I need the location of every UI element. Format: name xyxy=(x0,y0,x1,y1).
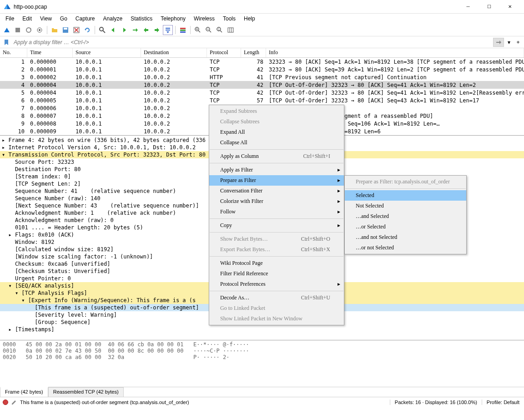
menu-analyze[interactable]: Analyze xyxy=(100,15,126,23)
menu-item[interactable]: Apply as Filter▸ xyxy=(209,165,344,175)
tab-reassembled[interactable]: Reassembled TCP (42 bytes) xyxy=(48,387,124,397)
prev-icon[interactable] xyxy=(108,25,118,35)
stop-capture-icon[interactable] xyxy=(13,25,23,35)
menu-item[interactable]: Expand All xyxy=(209,127,344,137)
app-icon xyxy=(4,3,11,10)
restart-capture-icon[interactable] xyxy=(24,25,34,35)
menu-item[interactable]: Colorize with Filter▸ xyxy=(209,196,344,207)
maximize-button[interactable]: ☐ xyxy=(479,0,499,14)
svg-line-20 xyxy=(220,30,222,32)
statusbar: This frame is a (suspected) out-of-order… xyxy=(0,397,524,407)
menu-item[interactable]: Copy▸ xyxy=(209,220,344,231)
packet-row[interactable]: 30.00000210.0.0.110.0.0.2HTTP41[TCP Prev… xyxy=(0,73,524,81)
svg-rect-11 xyxy=(180,31,186,33)
hex-line[interactable]: 0010 0a 00 00 02 7e 43 00 50 00 00 00 8c… xyxy=(3,348,521,354)
col-header-length[interactable]: Length xyxy=(241,48,266,57)
col-header-no[interactable]: No. xyxy=(0,48,27,57)
zoom-reset-icon[interactable]: 1 xyxy=(215,25,225,35)
menu-tools[interactable]: Tools xyxy=(219,15,239,23)
menu-item[interactable]: Collapse All xyxy=(209,137,344,148)
packet-row[interactable]: 60.00000510.0.0.110.0.0.2TCP57[TCP Out-O… xyxy=(0,96,524,104)
edit-icon[interactable] xyxy=(11,399,17,405)
menu-item[interactable]: …or not Selected xyxy=(345,243,466,253)
titlebar: http-ooo.pcap ─ ☐ ✕ xyxy=(0,0,524,14)
window-title: http-ooo.pcap xyxy=(14,4,458,10)
menu-view[interactable]: View xyxy=(36,15,55,23)
menu-item[interactable]: Protocol Preferences▸ xyxy=(209,279,344,289)
menu-help[interactable]: Help xyxy=(240,15,259,23)
add-filter-button[interactable]: + xyxy=(514,38,522,47)
packet-row[interactable]: 40.00000410.0.0.110.0.0.2TCP42[TCP Out-O… xyxy=(0,81,524,89)
packet-row[interactable]: 10.00000010.0.0.110.0.0.2TCP7832323 → 80… xyxy=(0,58,524,66)
packet-row[interactable]: 50.00000410.0.0.110.0.0.2TCP42[TCP Out-O… xyxy=(0,89,524,96)
menu-item[interactable]: Filter Field Reference xyxy=(209,268,344,279)
hex-line[interactable]: 0000 45 00 00 2a 00 01 00 00 40 06 66 cb… xyxy=(3,341,521,348)
menu-item[interactable]: Wiki Protocol Page xyxy=(209,258,344,268)
menu-item[interactable]: Decode As…Ctrl+Shift+U xyxy=(209,293,344,303)
zoom-out-icon[interactable] xyxy=(204,25,214,35)
menubar: File Edit View Go Capture Analyze Statis… xyxy=(0,14,524,24)
col-header-time[interactable]: Time xyxy=(27,48,73,57)
open-icon[interactable] xyxy=(50,25,60,35)
goto-icon[interactable] xyxy=(130,25,140,35)
options-icon[interactable] xyxy=(35,25,45,35)
submenu-header: Prepare as Filter: tcp.analysis.out_of_o… xyxy=(345,177,466,187)
menu-item[interactable]: Selected xyxy=(345,190,466,201)
menu-telephony[interactable]: Telephony xyxy=(157,15,189,23)
byte-view-tabs: Frame (42 bytes) Reassembled TCP (42 byt… xyxy=(0,387,524,397)
status-hint: This frame is a (suspected) out-of-order… xyxy=(20,400,189,405)
packet-list-header: No. Time Source Destination Protocol Len… xyxy=(0,48,524,58)
reload-icon[interactable] xyxy=(82,25,92,35)
svg-rect-10 xyxy=(180,30,186,31)
menu-go[interactable]: Go xyxy=(56,15,71,23)
svg-point-7 xyxy=(100,27,103,31)
context-menu-main[interactable]: Expand SubtreesCollapse SubtreesExpand A… xyxy=(209,105,344,325)
hex-line[interactable]: 0020 50 10 20 00 ca a6 00 00 32 0a P· ··… xyxy=(3,354,521,360)
menu-item[interactable]: …and not Selected xyxy=(345,232,466,243)
tab-frame[interactable]: Frame (42 bytes) xyxy=(0,387,48,397)
filter-dropdown-icon[interactable]: ▾ xyxy=(505,38,513,47)
status-profile[interactable]: Profile: Default xyxy=(482,400,524,405)
tree-item[interactable]: ▸ [Timestamps] xyxy=(0,326,524,333)
menu-edit[interactable]: Edit xyxy=(19,15,35,23)
menu-file[interactable]: File xyxy=(2,15,18,23)
menu-item[interactable]: Prepare as Filter▸ xyxy=(209,175,344,186)
display-filter-input[interactable] xyxy=(12,38,492,46)
save-icon[interactable] xyxy=(60,25,71,35)
menu-item[interactable]: Follow▸ xyxy=(209,207,344,217)
apply-filter-button[interactable] xyxy=(493,38,504,47)
menu-item[interactable]: Not Selected xyxy=(345,201,466,211)
menu-statistics[interactable]: Statistics xyxy=(127,15,156,23)
minimize-button[interactable]: ─ xyxy=(458,0,479,14)
menu-item: Export Packet Bytes…Ctrl+Shift+X xyxy=(209,244,344,255)
menu-item[interactable]: Apply as ColumnCtrl+Shift+I xyxy=(209,151,344,162)
menu-item[interactable]: Conversation Filter▸ xyxy=(209,186,344,196)
svg-rect-22 xyxy=(228,28,233,32)
colorize-icon[interactable] xyxy=(178,25,188,35)
menu-capture[interactable]: Capture xyxy=(72,15,99,23)
context-menu-sub[interactable]: Prepare as Filter: tcp.analysis.out_of_o… xyxy=(344,175,467,254)
col-header-info[interactable]: Info xyxy=(266,48,524,57)
last-icon[interactable] xyxy=(152,25,162,35)
col-header-destination[interactable]: Destination xyxy=(141,48,207,57)
start-capture-icon[interactable] xyxy=(2,25,12,35)
bookmark-icon[interactable] xyxy=(2,38,11,47)
svg-line-13 xyxy=(198,30,200,32)
menu-wireless[interactable]: Wireless xyxy=(190,15,218,23)
packet-row[interactable]: 20.00000110.0.0.110.0.0.2TCP4232323 → 80… xyxy=(0,66,524,73)
col-header-protocol[interactable]: Protocol xyxy=(207,48,241,57)
close-button[interactable]: ✕ xyxy=(499,0,520,14)
menu-item[interactable]: …or Selected xyxy=(345,222,466,232)
next-icon[interactable] xyxy=(119,25,129,35)
menu-item[interactable]: …and Selected xyxy=(345,211,466,222)
resize-cols-icon[interactable] xyxy=(226,25,236,35)
packet-bytes-pane: 0000 45 00 00 2a 00 01 00 00 40 06 66 cb… xyxy=(0,340,524,387)
expert-info-icon[interactable] xyxy=(3,400,8,405)
close-file-icon[interactable] xyxy=(71,25,81,35)
auto-scroll-icon[interactable] xyxy=(163,25,173,35)
first-icon[interactable] xyxy=(141,25,151,35)
col-header-source[interactable]: Source xyxy=(73,48,141,57)
find-icon[interactable] xyxy=(97,25,107,35)
menu-item: Collapse Subtrees xyxy=(209,116,344,127)
zoom-in-icon[interactable] xyxy=(193,25,203,35)
